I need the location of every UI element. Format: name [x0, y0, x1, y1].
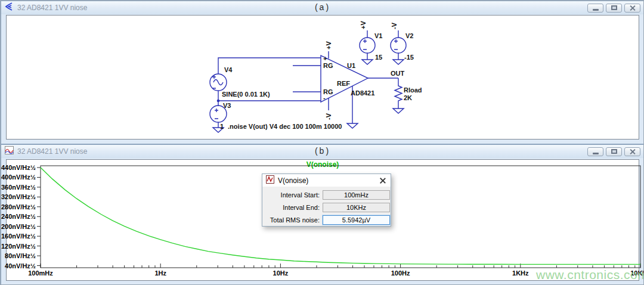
- total-rms-label: Total RMS noise:: [262, 216, 320, 224]
- dialog-titlebar[interactable]: V(onoise): [262, 174, 391, 187]
- desktop: 32 AD8421 1VV niose (a) 32 AD8421 1VV ni…: [0, 0, 644, 285]
- schematic-canvas[interactable]: [6, 15, 639, 140]
- dialog-wave-icon: [266, 175, 274, 185]
- minimize-icon: [593, 9, 599, 11]
- close-button[interactable]: [624, 147, 640, 156]
- total-rms-row: Total RMS noise: 5.5942µV: [262, 213, 391, 226]
- watermark: www.cntronics.com: [536, 268, 644, 282]
- restore-icon: [611, 5, 617, 10]
- ltspice-app-icon: [5, 2, 14, 14]
- interval-start-field[interactable]: 100mHz: [323, 190, 390, 200]
- schematic-window-titlebar[interactable]: 32 AD8421 1VV niose (a): [1, 1, 644, 14]
- window-title: 32 AD8421 1VV niose: [17, 4, 87, 12]
- restore-button[interactable]: [606, 4, 622, 13]
- schematic-window: 32 AD8421 1VV niose (a): [1, 1, 644, 144]
- waveform-info-dialog[interactable]: V(onoise) Interval Start: 100mHz Interva…: [262, 174, 391, 227]
- interval-end-label: Interval End:: [262, 204, 320, 211]
- close-button[interactable]: [624, 4, 640, 13]
- figure-label-b: (b): [315, 146, 330, 156]
- interval-start-row: Interval Start: 100mHz: [262, 188, 391, 201]
- trace-label[interactable]: V(onoise): [7, 160, 639, 169]
- figure-label-a: (a): [315, 2, 330, 12]
- window-title: 32 AD8421 1VV niose: [17, 147, 87, 156]
- close-icon: [629, 148, 636, 155]
- minimize-button[interactable]: [587, 147, 603, 156]
- interval-end-row: Interval End: 10KHz: [262, 201, 391, 213]
- total-rms-field[interactable]: 5.5942µV: [323, 215, 390, 225]
- dialog-title: V(onoise): [278, 176, 308, 185]
- waveform-app-icon: [5, 146, 14, 157]
- minimize-icon: [593, 153, 599, 154]
- interval-start-label: Interval Start:: [262, 191, 320, 199]
- waveform-window-titlebar[interactable]: 32 AD8421 1VV niose (b): [1, 145, 644, 158]
- restore-button[interactable]: [606, 147, 622, 156]
- minimize-button[interactable]: [587, 4, 603, 13]
- close-icon: [629, 5, 636, 11]
- restore-icon: [611, 149, 617, 154]
- interval-end-field[interactable]: 10KHz: [323, 203, 390, 212]
- dialog-close-icon[interactable]: [379, 176, 387, 185]
